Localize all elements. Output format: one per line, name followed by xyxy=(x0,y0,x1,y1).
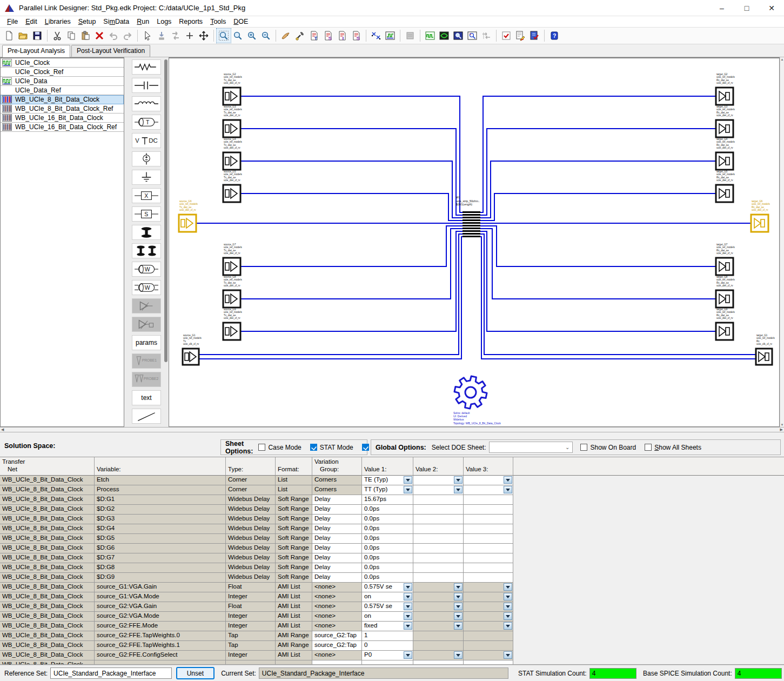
value1-dropdown-button[interactable] xyxy=(404,651,412,659)
palette-wline-coupled-icon[interactable]: W xyxy=(132,280,161,295)
palette-via-double-icon[interactable] xyxy=(132,243,161,258)
table-row[interactable]: WB_UCIe_8_Bit_Data_ClockProcessCornerLis… xyxy=(0,485,784,495)
table-row[interactable]: WB_UCIe_8_Bit_Data_Clock$D:G1Widebus Del… xyxy=(0,495,784,505)
receiver-target_G3[interactable]: target_G3ucie_ref_modelsRx_diei_seucie_d… xyxy=(716,105,735,137)
receiver-target_G2[interactable]: target_G2ucie_ref_modelsRx_diei_seucie_d… xyxy=(716,73,735,105)
cell-value1[interactable]: TE (Typ) xyxy=(362,476,413,485)
cell-value3[interactable] xyxy=(464,495,513,505)
table-row[interactable]: WB_UCIe_8_Bit_Data_Clocksource_G2:VGA.Mo… xyxy=(0,612,784,622)
palette-ground-icon[interactable] xyxy=(132,170,161,185)
receiver-target_G6[interactable]: target_G6ucie_ref_modelsRx_diei_seucie_d… xyxy=(751,200,770,232)
paste-icon[interactable] xyxy=(78,29,92,43)
cell-value3[interactable] xyxy=(464,612,513,622)
palette-sblock-icon[interactable]: S xyxy=(132,206,161,222)
digital-wave-icon[interactable] xyxy=(423,29,437,43)
doe-sheet-select[interactable]: ⌄ xyxy=(489,442,573,453)
checkbox-show-on-board[interactable]: Show On Board xyxy=(580,444,636,451)
cell-value3[interactable] xyxy=(464,641,513,651)
cell-value1[interactable]: 0.575V se xyxy=(362,583,413,592)
cell-value3[interactable] xyxy=(464,631,513,641)
value1-dropdown-button[interactable] xyxy=(404,593,412,600)
zoom-fit-icon[interactable] xyxy=(231,29,245,43)
cell-value1[interactable]: 0.0ps xyxy=(362,553,413,563)
schematic-canvas[interactable]: W1ucie_strip_50ohm..$(W1Length)Solns: de… xyxy=(169,57,780,427)
tab-post-layout-verification[interactable]: Post-Layout Verification xyxy=(71,45,150,57)
table-row[interactable]: WB_UCIe_8_Bit_Data_Clocksource_G1:VGA.Ga… xyxy=(0,583,784,592)
cell-value1[interactable]: 0.0ps xyxy=(362,524,413,534)
cell-value1[interactable]: 0 xyxy=(362,641,413,651)
cell-value2[interactable] xyxy=(413,524,464,534)
tree-item-wb_ucie_8_bit_data_clock[interactable]: WB_UCIe_8_Bit_Data_Clock xyxy=(1,95,124,104)
pan-icon[interactable] xyxy=(197,29,211,43)
transmitter-source_G3[interactable]: source_G3ucie_ref_modelsTx_diei_seucie_d… xyxy=(223,105,242,137)
cell-value1[interactable]: 0.0ps xyxy=(362,563,413,573)
cell-value2[interactable] xyxy=(413,515,464,524)
receiver-target_G1[interactable]: target_G1ucie_ref_modelsRxucie_clk_cf_rv xyxy=(756,334,775,365)
cell-value1[interactable]: fixed xyxy=(362,622,413,631)
table-row[interactable]: WB_UCIe_8_Bit_Data_Clocksource_G1:VGA.Mo… xyxy=(0,592,784,602)
transmitter-source_G9[interactable]: source_G9ucie_ref_modelsTx_diei_seucie_d… xyxy=(223,308,242,340)
cell-value1[interactable]: 0.0ps xyxy=(362,573,413,583)
palette-tline-icon[interactable]: T xyxy=(132,115,161,130)
value1-dropdown-button[interactable] xyxy=(404,612,412,620)
zoom-area-icon[interactable] xyxy=(217,29,231,43)
validate-icon[interactable] xyxy=(499,29,513,43)
receiver-target_G8[interactable]: target_G8ucie_ref_modelsRx_diei_seucie_d… xyxy=(716,276,735,308)
cell-value2[interactable] xyxy=(413,563,464,573)
checkbox-case-mode[interactable]: Case Mode xyxy=(258,444,301,451)
open-file-icon[interactable] xyxy=(16,29,30,43)
cell-value3[interactable] xyxy=(464,534,513,544)
minimize-button[interactable]: – xyxy=(709,0,734,16)
table-row[interactable]: WB_UCIe_8_Bit_Data_Clocksource_G2:FFE.Co… xyxy=(0,651,784,660)
cell-value2[interactable] xyxy=(413,602,464,612)
report-i-icon[interactable]: I xyxy=(335,29,349,43)
value2-dropdown-button[interactable] xyxy=(454,603,463,610)
tree-item-ucie_clock_ref[interactable]: UCIe_Clock_Ref xyxy=(1,68,124,77)
table-row[interactable]: WB_UCIe_8_Bit_Data_Clocksource_G2:FFE.Ta… xyxy=(0,631,784,641)
cell-value3[interactable] xyxy=(464,485,513,495)
cell-value3[interactable] xyxy=(464,592,513,602)
cell-value3[interactable] xyxy=(464,524,513,534)
receiver-target_G7[interactable]: target_G7ucie_ref_modelsRx_diei_seucie_d… xyxy=(716,243,735,275)
tree-item-ucie_data_ref[interactable]: UCIe_Data_Ref xyxy=(1,86,124,95)
cell-value3[interactable] xyxy=(464,622,513,631)
table-row[interactable]: WB_UCIe_8_Bit_Data_Clock$D:G6Widebus Del… xyxy=(0,544,784,553)
maximize-button[interactable]: □ xyxy=(734,0,759,16)
cell-value2[interactable] xyxy=(413,583,464,592)
checkbox-show-all-sheets[interactable]: Show All Sheets xyxy=(645,444,701,451)
cell-value2[interactable] xyxy=(413,641,464,651)
tree-item-ucie_clock[interactable]: UCIe_Clock xyxy=(1,58,124,68)
cell-value3[interactable] xyxy=(464,476,513,485)
redo-icon[interactable] xyxy=(120,29,135,43)
cell-value2[interactable] xyxy=(413,505,464,515)
tree-item-wb_ucie_16_bit_data_clock[interactable]: WB_UCIe_16_Bit_Data_Clock xyxy=(1,114,124,123)
cut-icon[interactable] xyxy=(50,29,64,43)
cell-value3[interactable] xyxy=(464,515,513,524)
value2-dropdown-button[interactable] xyxy=(454,622,463,630)
cell-value3[interactable] xyxy=(464,651,513,660)
value1-dropdown-button[interactable] xyxy=(404,583,412,591)
view-report-icon[interactable] xyxy=(451,29,465,43)
value2-dropdown-button[interactable] xyxy=(454,612,463,620)
cell-value2[interactable] xyxy=(413,534,464,544)
report-t-icon[interactable]: T xyxy=(307,29,321,43)
view-sim-icon[interactable] xyxy=(465,29,479,43)
cell-value3[interactable] xyxy=(464,505,513,515)
palette-vtdc-icon[interactable]: VDC xyxy=(132,133,161,148)
menu-reports[interactable]: Reports xyxy=(175,17,206,26)
value1-dropdown-button[interactable] xyxy=(404,622,412,630)
transmitter-source_G8[interactable]: source_G8ucie_ref_modelsTx_diei_seucie_d… xyxy=(223,276,242,308)
close-button[interactable]: ✕ xyxy=(759,0,784,16)
canvas-horizontal-scrollbar[interactable]: ◀▶ xyxy=(0,427,784,432)
waveform-viewer-icon[interactable] xyxy=(383,29,397,43)
table-row[interactable]: WB_UCIe_8_Bit_Data_Clocksource_G2:VGA.Ga… xyxy=(0,602,784,612)
canvas-vertical-scrollbar[interactable]: ▲▼ xyxy=(780,57,784,427)
table-row[interactable]: WB_UCIe_8_Bit_Data_Clocksource_G2:FFE.Ta… xyxy=(0,641,784,651)
cell-value2[interactable] xyxy=(413,592,464,602)
cell-value2[interactable] xyxy=(413,573,464,583)
transmitter-source_G2[interactable]: source_G2ucie_ref_modelsTx_diei_seucie_d… xyxy=(223,73,242,105)
timing-arrows-icon[interactable] xyxy=(479,29,493,43)
tree-item-wb_ucie_8_bit_data_clock_ref[interactable]: WB_UCIe_8_Bit_Data_Clock_Ref xyxy=(1,104,124,114)
cell-value2[interactable] xyxy=(413,631,464,641)
menu-simdata[interactable]: SimData xyxy=(99,17,133,26)
